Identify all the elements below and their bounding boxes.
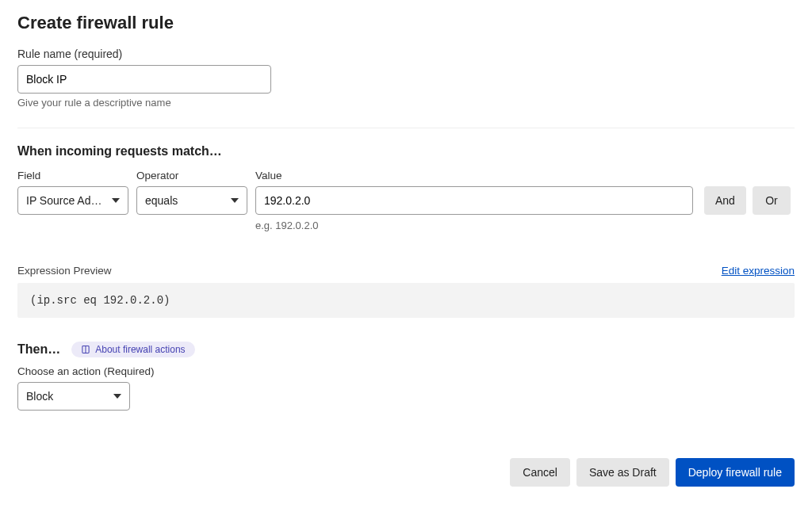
divider [17,128,795,128]
field-select[interactable]: IP Source Addr… [17,186,128,215]
operator-column-label: Operator [136,170,247,181]
rule-name-input[interactable] [17,65,271,94]
value-hint: e.g. 192.0.2.0 [255,220,693,231]
caret-down-icon [113,394,121,399]
or-button[interactable]: Or [753,186,791,215]
deploy-button[interactable]: Deploy firewall rule [676,458,795,487]
rule-name-helper: Give your rule a descriptive name [17,97,795,109]
and-button[interactable]: And [704,186,746,215]
page-title: Create firewall rule [17,13,795,33]
field-column-label: Field [17,170,128,181]
about-firewall-actions-label: About firewall actions [95,344,185,355]
caret-down-icon [112,198,120,203]
field-select-value: IP Source Addr… [26,194,105,207]
operator-select[interactable]: equals [136,186,247,215]
expression-preview-box: (ip.src eq 192.0.2.0) [17,283,795,318]
match-heading: When incoming requests match… [17,144,795,159]
about-firewall-actions-pill[interactable]: About firewall actions [71,342,194,357]
book-icon [81,345,90,354]
action-label: Choose an action (Required) [17,365,795,377]
condition-row: Field IP Source Addr… Operator equals Va… [17,170,795,231]
save-draft-button[interactable]: Save as Draft [576,458,669,487]
expression-preview-label: Expression Preview [17,265,112,277]
action-select-value: Block [26,390,53,403]
value-input[interactable] [255,186,693,215]
rule-name-label: Rule name (required) [17,48,795,60]
operator-select-value: equals [145,194,178,207]
action-select[interactable]: Block [17,382,130,411]
footer-actions: Cancel Save as Draft Deploy firewall rul… [17,458,795,487]
cancel-button[interactable]: Cancel [510,458,570,487]
value-column-label: Value [255,170,693,181]
then-heading: Then… [17,342,60,357]
expression-preview-text: (ip.src eq 192.0.2.0) [30,294,170,307]
edit-expression-link[interactable]: Edit expression [722,265,795,277]
caret-down-icon [231,198,239,203]
